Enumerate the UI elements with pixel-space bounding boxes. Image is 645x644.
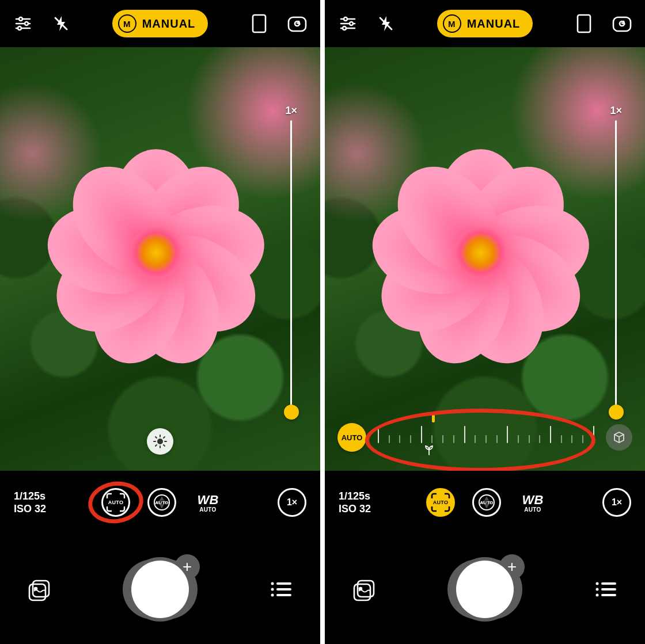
mode-label: MANUAL bbox=[142, 17, 196, 31]
viewfinder[interactable]: 1× AUTO bbox=[325, 47, 645, 471]
focus-control[interactable]: AUTO bbox=[426, 488, 455, 517]
shutter-row: + bbox=[0, 534, 320, 644]
exposure-auto-label: AUTO bbox=[155, 500, 169, 505]
zoom-knob[interactable] bbox=[284, 405, 299, 420]
macro-icon bbox=[423, 443, 435, 458]
wb-sub-label: AUTO bbox=[524, 506, 541, 513]
zoom-chip-label: 1× bbox=[612, 497, 622, 508]
flash-off-icon[interactable] bbox=[374, 12, 397, 35]
zoom-level-button[interactable]: 1× bbox=[278, 488, 306, 517]
exposure-adjust-button[interactable] bbox=[147, 428, 173, 455]
aspect-ratio-icon[interactable] bbox=[248, 12, 271, 35]
white-balance-control[interactable]: WB AUTO bbox=[518, 488, 547, 517]
svg-rect-38 bbox=[613, 17, 631, 31]
shutter-speed-value: 1/125s bbox=[339, 490, 371, 503]
right-screenshot: M MANUAL bbox=[325, 0, 645, 644]
svg-rect-28 bbox=[276, 594, 291, 596]
settings-sliders-icon[interactable] bbox=[336, 12, 359, 35]
zoom-label: 1× bbox=[285, 105, 297, 117]
svg-point-42 bbox=[359, 588, 362, 590]
exposure-control[interactable]: AUTO bbox=[472, 488, 501, 517]
zoom-knob[interactable] bbox=[609, 405, 624, 420]
svg-rect-41 bbox=[354, 584, 370, 600]
svg-line-17 bbox=[164, 437, 165, 438]
modes-list-button[interactable] bbox=[265, 573, 297, 605]
zoom-chip-label: 1× bbox=[287, 497, 297, 508]
svg-point-22 bbox=[35, 588, 37, 590]
focus-distance-slider[interactable] bbox=[373, 420, 599, 455]
focus-position-indicator bbox=[432, 414, 435, 422]
svg-rect-44 bbox=[601, 582, 616, 585]
wb-sub-label: AUTO bbox=[199, 506, 216, 513]
svg-rect-9 bbox=[289, 17, 306, 31]
svg-point-30 bbox=[344, 17, 347, 21]
camera-preview bbox=[0, 47, 320, 471]
viewfinder[interactable]: 1× bbox=[0, 47, 320, 471]
focus-auto-chip[interactable]: AUTO bbox=[337, 423, 366, 452]
svg-line-16 bbox=[164, 445, 165, 446]
shutter-area: + bbox=[123, 552, 198, 627]
svg-point-27 bbox=[271, 593, 274, 596]
focus-label: AUTO bbox=[108, 500, 124, 505]
svg-point-1 bbox=[19, 17, 22, 21]
wb-label: WB bbox=[522, 493, 543, 508]
control-strip: 1/125s ISO 32 AUTO AUTO bbox=[0, 471, 320, 534]
mode-badge: M bbox=[443, 14, 461, 33]
gallery-button[interactable] bbox=[23, 573, 55, 605]
svg-point-47 bbox=[596, 593, 599, 596]
svg-rect-46 bbox=[601, 588, 616, 590]
shutter-button[interactable] bbox=[456, 561, 514, 618]
shutter-speed-value: 1/125s bbox=[14, 490, 46, 503]
mode-pill[interactable]: M MANUAL bbox=[437, 10, 533, 37]
zoom-label: 1× bbox=[610, 105, 622, 117]
switch-camera-icon[interactable] bbox=[286, 12, 309, 35]
svg-rect-48 bbox=[601, 594, 616, 596]
focus-distance-overlay: AUTO bbox=[325, 420, 645, 455]
gallery-button[interactable] bbox=[348, 573, 380, 605]
exposure-control[interactable]: AUTO bbox=[147, 488, 176, 517]
svg-point-10 bbox=[158, 439, 162, 444]
focus-peaking-button[interactable] bbox=[606, 424, 632, 451]
camera-preview bbox=[325, 47, 645, 471]
svg-rect-8 bbox=[253, 15, 265, 32]
shutter-button[interactable] bbox=[131, 561, 189, 618]
exposure-readout: 1/125s ISO 32 bbox=[339, 490, 371, 516]
zoom-slider[interactable]: 1× bbox=[610, 105, 622, 413]
svg-point-3 bbox=[25, 22, 28, 25]
svg-point-23 bbox=[271, 582, 274, 585]
settings-sliders-icon[interactable] bbox=[12, 12, 35, 35]
zoom-level-button[interactable]: 1× bbox=[602, 488, 631, 517]
white-balance-control[interactable]: WB AUTO bbox=[193, 488, 222, 517]
aspect-ratio-icon[interactable] bbox=[572, 12, 595, 35]
svg-point-25 bbox=[271, 588, 274, 590]
flash-off-icon[interactable] bbox=[50, 12, 73, 35]
svg-rect-37 bbox=[578, 15, 590, 32]
mode-pill[interactable]: M MANUAL bbox=[112, 10, 208, 37]
top-bar: M MANUAL bbox=[0, 0, 320, 47]
svg-rect-24 bbox=[276, 582, 291, 585]
svg-line-18 bbox=[155, 445, 157, 446]
mode-badge: M bbox=[118, 14, 136, 33]
modes-list-button[interactable] bbox=[590, 573, 622, 605]
svg-rect-21 bbox=[29, 584, 45, 600]
exposure-auto-label: AUTO bbox=[480, 500, 494, 505]
svg-line-15 bbox=[155, 437, 157, 438]
focus-control[interactable]: AUTO bbox=[101, 488, 130, 517]
svg-rect-26 bbox=[276, 588, 291, 590]
exposure-readout: 1/125s ISO 32 bbox=[14, 490, 46, 516]
focus-label: AUTO bbox=[433, 500, 449, 505]
shutter-area: + bbox=[447, 552, 522, 627]
iso-value: ISO 32 bbox=[14, 502, 46, 516]
svg-point-45 bbox=[596, 588, 599, 590]
top-bar: M MANUAL bbox=[325, 0, 645, 47]
switch-camera-icon[interactable] bbox=[610, 12, 633, 35]
svg-point-43 bbox=[596, 582, 599, 585]
svg-point-32 bbox=[350, 22, 353, 25]
mode-label: MANUAL bbox=[467, 17, 521, 31]
wb-label: WB bbox=[197, 493, 218, 508]
zoom-slider[interactable]: 1× bbox=[285, 105, 297, 413]
iso-value: ISO 32 bbox=[339, 502, 371, 516]
control-strip: 1/125s ISO 32 AUTO AUTO WB AUTO bbox=[325, 471, 645, 534]
left-screenshot: M MANUAL bbox=[0, 0, 320, 644]
shutter-row: + bbox=[325, 534, 645, 644]
